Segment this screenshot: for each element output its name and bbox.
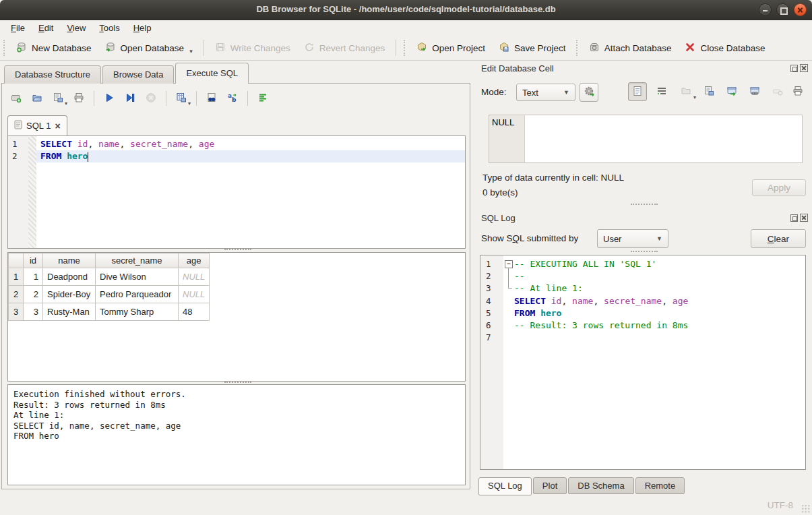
grid-header-name[interactable]: name xyxy=(43,253,96,268)
table-cell[interactable]: Spider-Boy xyxy=(43,286,96,303)
resize-grip[interactable] xyxy=(801,504,810,513)
float-dock-icon[interactable] xyxy=(790,214,798,222)
cell-editor[interactable]: NULL xyxy=(489,115,803,163)
find-button[interactable] xyxy=(203,90,220,107)
splitter-grip[interactable] xyxy=(224,249,251,251)
write-changes-button[interactable]: Write Changes xyxy=(208,38,297,58)
grid-header-id[interactable]: id xyxy=(24,253,43,268)
row-header[interactable]: 3 xyxy=(9,303,24,321)
row-header[interactable]: 1 xyxy=(9,268,24,286)
float-dock-icon[interactable] xyxy=(790,64,798,72)
log-code-area[interactable]: -- EXECUTING ALL IN 'SQL 1'---- At line … xyxy=(503,255,805,469)
code-line[interactable] xyxy=(503,332,805,344)
splitter-grip[interactable] xyxy=(224,382,251,384)
code-line[interactable]: SELECT id, name, secret_name, age xyxy=(503,295,805,307)
grid-corner-cell[interactable] xyxy=(9,253,24,268)
code-line[interactable]: SELECT id, name, secret_name, age xyxy=(36,138,465,150)
toolbar-drag-handle[interactable] xyxy=(3,40,6,56)
import-file-button[interactable]: ▾ xyxy=(677,82,695,101)
row-header[interactable]: 2 xyxy=(9,286,24,303)
auto-switch-mode-button[interactable] xyxy=(580,83,598,102)
dock-splitter-grip[interactable] xyxy=(631,204,658,206)
table-cell[interactable]: 3 xyxy=(24,303,43,321)
table-cell[interactable]: Pedro Parqueador xyxy=(96,286,179,303)
print-cell-button[interactable] xyxy=(788,82,807,101)
close-button[interactable] xyxy=(794,3,807,16)
execute-current-line-button[interactable] xyxy=(121,90,139,107)
save-results-button[interactable]: ▾ xyxy=(173,90,190,107)
open-database-button[interactable]: Open Database ▾ xyxy=(98,38,199,58)
table-cell[interactable]: Tommy Sharp xyxy=(96,303,179,321)
toolbar-drag-handle[interactable] xyxy=(404,40,406,56)
menu-tools[interactable]: Tools xyxy=(92,21,126,35)
table-cell[interactable]: NULL xyxy=(179,268,210,286)
open-database-dropdown-icon[interactable]: ▾ xyxy=(189,48,193,55)
table-cell[interactable]: 48 xyxy=(179,303,210,321)
dock-splitter-grip[interactable] xyxy=(631,251,658,253)
revert-changes-button[interactable]: Revert Changes xyxy=(297,38,392,58)
fold-marker-icon[interactable] xyxy=(503,258,514,270)
code-line[interactable]: -- At line 1: xyxy=(503,282,805,295)
attach-database-button[interactable]: Attach Database xyxy=(582,38,679,58)
tab-browse-data[interactable]: Browse Data xyxy=(102,65,174,84)
mode-select[interactable]: Text ▼ xyxy=(516,84,575,101)
code-line[interactable]: FROM hero xyxy=(36,150,465,162)
open-external-button[interactable] xyxy=(722,82,741,101)
new-tab-button[interactable] xyxy=(7,90,25,107)
toolbar-drag-handle[interactable] xyxy=(576,40,579,56)
save-results-dropdown-icon[interactable]: ▾ xyxy=(188,100,191,107)
table-cell[interactable]: Deadpond xyxy=(43,268,96,286)
dock-tab-remote[interactable]: Remote xyxy=(635,477,685,494)
save-file-button[interactable] xyxy=(699,82,718,101)
menu-file[interactable]: File xyxy=(4,21,32,35)
tab-database-structure[interactable]: Database Structure xyxy=(4,65,101,84)
close-dock-icon[interactable] xyxy=(800,214,808,222)
save-project-button[interactable]: Save Project xyxy=(492,38,573,58)
table-cell[interactable]: 2 xyxy=(24,286,43,303)
word-wrap-button[interactable] xyxy=(652,82,671,101)
dock-tab-plot[interactable]: Plot xyxy=(533,477,567,494)
results-grid[interactable]: id name secret_name age 11DeadpondDive W… xyxy=(7,252,466,382)
text-mode-button[interactable] xyxy=(628,82,647,101)
menu-help[interactable]: Help xyxy=(127,21,158,35)
code-line[interactable]: FROM hero xyxy=(503,307,805,320)
save-sql-file-button[interactable]: ▾ xyxy=(49,90,67,107)
dock-tab-sql-log[interactable]: SQL Log xyxy=(478,477,532,495)
sql-editor[interactable]: 12 SELECT id, name, secret_name, ageFROM… xyxy=(7,135,466,249)
sql-tab-1[interactable]: SQL 1 × xyxy=(7,115,67,135)
grid-header-secret-name[interactable]: secret_name xyxy=(96,253,179,268)
dock-tab-db-schema[interactable]: DB Schema xyxy=(568,477,633,494)
grid-header-age[interactable]: age xyxy=(179,253,210,268)
clear-button[interactable]: Clear xyxy=(751,229,806,248)
log-filter-select[interactable]: User ▼ xyxy=(597,229,668,248)
close-database-button[interactable]: Close Database xyxy=(678,38,772,58)
sql-tab-close-icon[interactable]: × xyxy=(55,122,60,130)
table-cell[interactable]: Rusty-Man xyxy=(43,303,96,321)
menu-view[interactable]: View xyxy=(60,21,92,35)
apply-button[interactable]: Apply xyxy=(752,179,806,196)
save-sql-dropdown-icon[interactable]: ▾ xyxy=(65,100,67,107)
table-cell[interactable]: NULL xyxy=(179,286,210,303)
execute-all-button[interactable] xyxy=(100,90,118,107)
cell-editor-input[interactable] xyxy=(525,115,802,162)
execution-message-box[interactable]: Execution finished without errors. Resul… xyxy=(7,384,466,485)
tab-execute-sql[interactable]: Execute SQL xyxy=(175,63,249,84)
format-button[interactable] xyxy=(254,90,272,107)
set-null-button[interactable] xyxy=(768,82,787,101)
table-cell[interactable]: 1 xyxy=(24,268,43,286)
editor-code-area[interactable]: SELECT id, name, secret_name, ageFROM he… xyxy=(36,136,465,248)
maximize-button[interactable] xyxy=(776,3,789,16)
sql-log-view[interactable]: 1234567 -- EXECUTING ALL IN 'SQL 1'---- … xyxy=(480,255,806,470)
stop-button[interactable] xyxy=(142,90,160,107)
table-cell[interactable]: Dive Wilson xyxy=(96,268,179,286)
print-button[interactable] xyxy=(70,90,88,107)
link-button[interactable] xyxy=(745,82,764,101)
titlebar[interactable]: DB Browser for SQLite - /home/user/code/… xyxy=(0,0,812,20)
open-sql-file-button[interactable] xyxy=(28,90,46,107)
menu-edit[interactable]: Edit xyxy=(32,21,60,35)
find-replace-button[interactable]: ab xyxy=(224,90,241,107)
minimize-button[interactable] xyxy=(759,3,772,16)
code-line[interactable]: -- xyxy=(503,270,805,282)
new-database-button[interactable]: New Database xyxy=(9,38,98,58)
close-dock-icon[interactable] xyxy=(800,64,808,72)
